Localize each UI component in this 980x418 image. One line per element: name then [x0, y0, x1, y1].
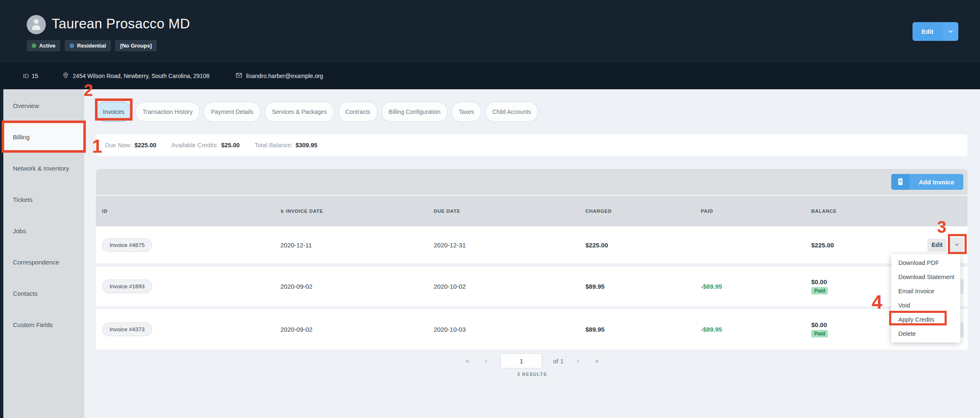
- menu-item-apply-credits[interactable]: Apply Credits: [891, 312, 960, 327]
- due-date-cell: 2020-10-02: [434, 283, 585, 290]
- invoice-row: Invoice #4875 2020-12-11 2020-12-31 $225…: [96, 227, 968, 263]
- menu-item-download-pdf[interactable]: Download PDF: [891, 256, 960, 270]
- invoices-toolbar: Add Invoice: [96, 169, 968, 195]
- account-edit-button[interactable]: Edit: [912, 22, 942, 41]
- invoice-id-pill: Invoice #1693: [102, 280, 152, 293]
- results-count-label: 3 RESULTS: [84, 372, 980, 377]
- due-date-cell: 2020-10-03: [434, 326, 585, 333]
- charged-cell: $89.95: [585, 283, 701, 290]
- invoice-edit-button[interactable]: Edit: [928, 239, 947, 252]
- account-header: Taurean Prosacco MD Active Residential […: [0, 0, 980, 63]
- chevron-down-icon: [954, 242, 960, 249]
- total-balance: Total Balance: $309.95: [255, 142, 318, 149]
- tab-services-packages[interactable]: Services & Packages: [265, 102, 334, 122]
- invoice-date-cell: 2020-09-02: [280, 283, 434, 290]
- paid-status-badge: Paid: [811, 287, 828, 295]
- charged-cell: $89.95: [585, 326, 701, 333]
- sidebar-item-billing[interactable]: Billing: [3, 121, 84, 153]
- tab-payment-details[interactable]: Payment Details: [204, 102, 260, 122]
- due-date-cell: 2020-12-31: [434, 242, 585, 249]
- sidebar-item-network-inventory[interactable]: Network & Inventory: [3, 153, 84, 184]
- blue-status-dot: [70, 43, 74, 48]
- account-edit-split-button[interactable]: Edit: [912, 22, 958, 41]
- billing-tabs: Invoices Transaction History Payment Det…: [96, 102, 980, 122]
- sidebar-item-contacts[interactable]: Contacts: [3, 278, 84, 309]
- column-header-due-date[interactable]: DUE DATE: [434, 209, 585, 214]
- balance-cell: $225.00: [811, 242, 922, 249]
- invoice-row: Invoice #4373 2020-09-02 2020-10-03 $89.…: [96, 309, 968, 350]
- tab-transaction-history[interactable]: Transaction History: [135, 102, 200, 122]
- invoice-date-cell: 2020-09-02: [280, 326, 434, 333]
- account-id: ID 15: [23, 73, 38, 79]
- pagination-next-button[interactable]: ›: [575, 357, 582, 365]
- invoice-id-pill: Invoice #4373: [102, 322, 152, 336]
- sidebar-item-jobs[interactable]: Jobs: [3, 215, 84, 247]
- tab-billing-configuration[interactable]: Billing Configuration: [382, 102, 448, 122]
- column-header-paid[interactable]: PAID: [701, 209, 811, 214]
- sidebar-item-correspondence[interactable]: Correspondence: [3, 247, 84, 278]
- avatar: [27, 15, 46, 34]
- column-header-balance[interactable]: BALANCE: [811, 209, 922, 214]
- invoice-id-pill: Invoice #4875: [102, 238, 152, 252]
- menu-item-email-invoice[interactable]: Email Invoice: [891, 284, 960, 298]
- sidebar-item-tickets[interactable]: Tickets: [3, 184, 84, 215]
- pagination-first-button[interactable]: «: [463, 357, 472, 365]
- tab-taxes[interactable]: Taxes: [452, 102, 481, 122]
- person-icon: [30, 17, 43, 32]
- add-invoice-button[interactable]: Add Invoice: [891, 174, 963, 190]
- paid-status-badge: Paid: [811, 330, 828, 337]
- account-info-bar: ID 15 2454 Wilson Road, Newberry, South …: [0, 63, 980, 89]
- page-title: Taurean Prosacco MD: [52, 16, 190, 32]
- billing-content: Invoices Transaction History Payment Det…: [84, 89, 980, 418]
- account-billing-page: Taurean Prosacco MD Active Residential […: [0, 0, 980, 418]
- green-status-dot: [32, 43, 36, 48]
- groups-badge: [No Groups]: [115, 40, 157, 51]
- menu-item-void[interactable]: Void: [891, 298, 960, 312]
- column-header-charged[interactable]: CHARGED: [585, 209, 701, 214]
- page-number-input[interactable]: [500, 353, 542, 368]
- invoice-actions-menu: Download PDF Download Statement Email In…: [891, 254, 960, 342]
- due-now: Due Now: $225.00: [105, 142, 156, 149]
- envelope-icon: [235, 72, 242, 80]
- sidebar-item-overview[interactable]: Overview: [3, 90, 84, 121]
- invoices-table-header: ID ⇅INVOICE DATE DUE DATE CHARGED PAID B…: [96, 196, 968, 226]
- chevron-down-icon[interactable]: [942, 22, 958, 41]
- invoice-row: Invoice #1693 2020-09-02 2020-10-02 $89.…: [96, 267, 968, 306]
- sort-arrows-icon[interactable]: ⇅: [280, 209, 284, 214]
- paid-cell: -$89.95: [701, 326, 811, 333]
- menu-item-download-statement[interactable]: Download Statement: [891, 270, 960, 284]
- tab-child-accounts[interactable]: Child Accounts: [485, 102, 538, 122]
- type-badge-residential: Residential: [65, 40, 111, 51]
- status-badge-active: Active: [27, 40, 60, 51]
- column-header-id[interactable]: ID: [96, 209, 280, 214]
- invoice-icon: [891, 174, 910, 190]
- available-credits: Available Credits: $25.00: [171, 142, 240, 149]
- charged-cell: $225.00: [585, 242, 701, 249]
- menu-item-delete[interactable]: Delete: [891, 327, 960, 341]
- sidebar-item-custom-fields[interactable]: Custom Fields: [3, 309, 84, 340]
- account-address: 2454 Wilson Road, Newberry, South Caroli…: [62, 72, 210, 80]
- left-nav-rail: [0, 89, 3, 418]
- pagination-last-button[interactable]: »: [592, 357, 601, 365]
- pagination-prev-button[interactable]: ‹: [482, 357, 490, 365]
- tab-contracts[interactable]: Contracts: [338, 102, 378, 122]
- invoice-actions-chevron-button[interactable]: [950, 237, 964, 252]
- column-header-invoice-date[interactable]: ⇅INVOICE DATE: [280, 209, 434, 214]
- location-pin-icon: [62, 72, 69, 80]
- paid-cell: -$89.95: [701, 283, 811, 290]
- page-count-label: of 1: [553, 358, 563, 365]
- sidebar: Overview Billing Network & Inventory Tic…: [3, 89, 84, 418]
- account-email: lisandro.harber@example.org: [235, 72, 323, 80]
- pagination: « ‹ of 1 › »: [84, 353, 980, 368]
- invoice-date-cell: 2020-12-11: [280, 242, 434, 249]
- tab-invoices[interactable]: Invoices: [96, 102, 131, 122]
- billing-summary-bar: Due Now: $225.00 Available Credits: $25.…: [96, 134, 968, 156]
- status-badges: Active Residential [No Groups]: [27, 40, 157, 51]
